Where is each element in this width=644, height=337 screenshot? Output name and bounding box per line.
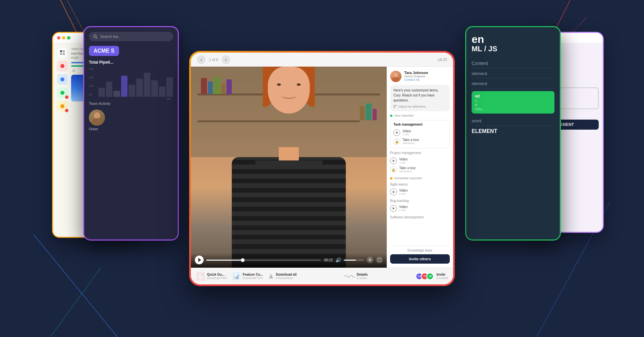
card-left-dark: Search tea... ACME S Total Pipeli... 200… — [83, 26, 179, 241]
element-label-big: ELEMENT — [472, 126, 554, 136]
svg-rect-22 — [395, 105, 396, 106]
svg-rect-7 — [60, 50, 62, 52]
svg-rect-8 — [63, 50, 65, 52]
page-indicator: 1 of 6 — [209, 58, 218, 62]
element-item-2: element — [472, 79, 554, 88]
orion-label: Orion — [89, 127, 98, 131]
invite-label: Invite — [436, 273, 448, 276]
search-placeholder: Search tea... — [100, 35, 121, 39]
svg-point-17 — [94, 112, 100, 119]
knowledge-base-section: Knowledge base Invite others — [390, 246, 450, 264]
project-tour-item[interactable]: 🔒 Take a tour Interactive — [390, 165, 450, 174]
video-time-remaining: -18:22 — [437, 58, 447, 62]
presenter-info: Tara Johnson Senior Engineer Contact me — [390, 71, 450, 82]
invite-sub: 3 invited — [436, 276, 448, 280]
volume-icon[interactable]: 🔊 — [335, 257, 341, 263]
svg-line-16 — [96, 38, 98, 39]
svg-point-18 — [92, 118, 102, 126]
team-activity-label: Team Activity — [89, 102, 173, 106]
pipeline-label: Total Pipeli... — [89, 60, 173, 65]
settings-icon[interactable]: ⚙ — [367, 257, 373, 263]
svg-point-13 — [60, 91, 64, 95]
card-right-green: en ML / JS Content element element ed c,… — [465, 26, 561, 241]
current-time: -00:22 — [323, 258, 333, 262]
importance-very: Very important — [390, 114, 450, 117]
adjust-selections[interactable]: Adjust my selections — [393, 105, 446, 108]
download-all[interactable]: Download all 0 documents — [268, 273, 297, 280]
ml-label: ML / JS — [472, 45, 554, 53]
svg-line-5 — [50, 268, 101, 337]
kb-label: Knowledge base — [390, 249, 450, 252]
progress-track[interactable] — [206, 260, 321, 261]
svg-rect-23 — [394, 107, 395, 108]
task-video-item[interactable]: Video 1 min — [393, 128, 446, 137]
svg-point-20 — [392, 77, 400, 82]
svg-point-14 — [60, 104, 64, 108]
task-tour-item[interactable]: 🔒 Take a tour Interactive — [393, 137, 446, 146]
green-section: ed c, a Univ... — [472, 91, 554, 114]
svg-rect-9 — [60, 53, 62, 55]
main-card-wrapper: ‹ 1 of 6 › -18:22 — [189, 51, 455, 286]
bug-tracking-section: Bug tracking Video 2 min — [390, 199, 450, 213]
progress-fill — [206, 260, 243, 261]
main-footer: 📄 Quick Gu... Download PDF 📊 Feature Co.… — [191, 268, 453, 284]
message-bubble: Here's your customized demo, Cory. Reach… — [390, 85, 450, 111]
video-controls: -00:22 🔊 ⚙ ⛶ — [191, 253, 387, 268]
details-section: Details 5 views — [344, 273, 368, 280]
top-nav: ‹ 1 of 6 › -18:22 — [191, 53, 453, 67]
svg-point-15 — [94, 35, 96, 38]
svg-point-19 — [393, 73, 398, 77]
task-management-card: Task management Video 1 min 🔒 Ta — [390, 120, 450, 148]
content-item: Content — [472, 59, 554, 68]
avatar-group: CJ IT JS — [416, 273, 434, 280]
presenter-role: Senior Engineer — [404, 75, 428, 78]
nav-next-btn[interactable]: › — [222, 55, 230, 64]
en-label: en — [472, 34, 554, 45]
presenter-name: Tara Johnson — [404, 71, 428, 75]
arent-label: arent — [472, 116, 554, 126]
project-mgmt-section: Project management Video 3 min 🔒 — [390, 151, 450, 174]
contact-link[interactable]: Contact me — [404, 78, 428, 81]
software-dev-section: Software development — [390, 215, 450, 219]
adjust-label: Adjust my selections — [398, 105, 426, 108]
nav-prev-btn[interactable]: ‹ — [197, 55, 206, 64]
csv-file[interactable]: 📊 Feature Co... Download CSV — [232, 272, 263, 281]
bug-video-item[interactable]: Video 2 min — [390, 204, 450, 213]
orion-avatar — [89, 110, 105, 126]
play-button[interactable] — [195, 256, 204, 264]
element-item-1: element — [472, 69, 554, 78]
pdf-file[interactable]: 📄 Quick Gu... Download PDF — [196, 272, 227, 281]
svg-rect-21 — [394, 105, 395, 106]
fullscreen-icon[interactable]: ⛶ — [376, 257, 383, 263]
project-video-item[interactable]: Video 3 min — [390, 156, 450, 165]
svg-point-11 — [60, 64, 64, 68]
svg-rect-10 — [63, 53, 65, 55]
avatar — [390, 71, 401, 82]
sidebar-panel: Tara Johnson Senior Engineer Contact me … — [387, 67, 453, 268]
video-area: -00:22 🔊 ⚙ ⛶ — [191, 67, 387, 268]
importance-somewhat: Somewhat important — [390, 177, 450, 180]
invite-others-button[interactable]: Invite others — [390, 254, 450, 264]
agile-teams-section: Agile teams Video 1 min — [390, 183, 450, 196]
avatar-3: JS — [426, 273, 434, 280]
search-bar[interactable]: Search tea... — [89, 32, 173, 41]
svg-point-12 — [60, 77, 64, 81]
agile-video-item[interactable]: Video 1 min — [390, 188, 450, 196]
svg-line-4 — [34, 234, 117, 337]
bubble-text: Here's your customized demo, Cory. Reach… — [393, 88, 446, 103]
acme-badge: ACME S — [89, 46, 119, 56]
